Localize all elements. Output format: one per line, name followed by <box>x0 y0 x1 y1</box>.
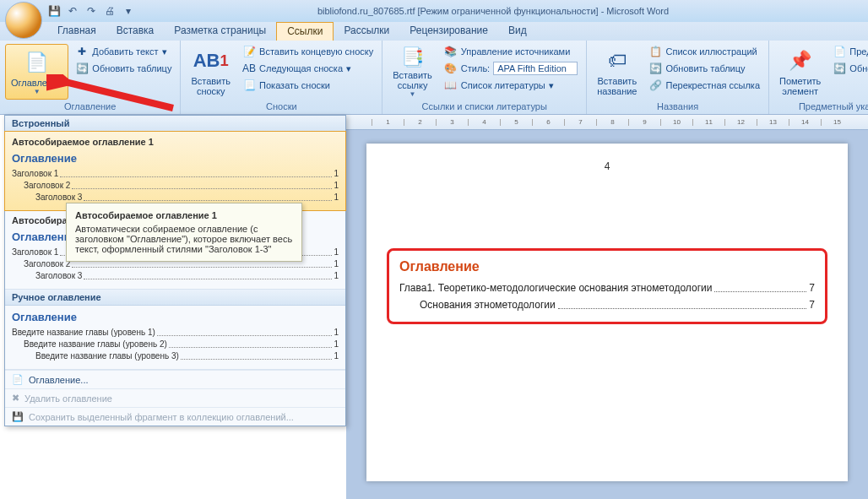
style-label: Стиль: <box>461 63 490 73</box>
ruler-tick: 3 <box>436 119 468 126</box>
redo-icon[interactable]: ↷ <box>84 4 98 18</box>
bibliography-icon: 📖 <box>444 79 458 92</box>
gallery-builtin-header: Встроенный <box>5 116 345 132</box>
gallery-item-auto1[interactable]: Автособираемое оглавление 1 Оглавление З… <box>4 131 346 211</box>
gallery-save-selection-label: Сохранить выделенный фрагмент в коллекци… <box>29 412 294 422</box>
style-icon: 🎨 <box>444 62 458 75</box>
insert-caption-label: Вставить название <box>597 76 637 96</box>
chevron-down-icon: ▾ <box>162 46 167 57</box>
insert-index-button[interactable]: 📄 Предметный <box>829 44 868 59</box>
next-footnote-button[interactable]: AB Следующая сноска ▾ <box>239 61 377 76</box>
tab-home[interactable]: Главная <box>47 22 106 41</box>
tab-references[interactable]: Ссылки <box>276 22 334 41</box>
ruler-tick: 14 <box>789 119 821 126</box>
gallery-remove-toc: ✖ Удалить оглавление <box>5 388 345 407</box>
gallery-remove-toc-label: Удалить оглавление <box>24 393 112 404</box>
document-page[interactable]: 4 Оглавление Глава1. Теоретико-методолог… <box>366 144 848 481</box>
gallery-insert-toc[interactable]: 📄 Оглавление... <box>5 370 345 388</box>
footnote-icon: AB1 <box>198 47 225 74</box>
chevron-down-icon: ▾ <box>346 63 351 74</box>
show-notes-button[interactable]: 📃 Показать сноски <box>239 78 377 93</box>
cross-reference-label: Перекрестная ссылка <box>665 80 760 90</box>
insert-caption-button[interactable]: 🏷 Вставить название <box>592 44 642 100</box>
group-captions-title: Названия <box>592 100 763 112</box>
table-of-figures-label: Список иллюстраций <box>665 46 757 57</box>
insert-endnote-label: Вставить концевую сноску <box>259 46 373 57</box>
gallery-insert-toc-label: Оглавление... <box>29 375 89 385</box>
gallery-item-manual[interactable]: Оглавление Введите название главы (урове… <box>5 306 345 370</box>
ruler-tick: 8 <box>596 119 628 126</box>
qat-more-icon[interactable]: ▾ <box>122 4 135 18</box>
insert-footnote-button[interactable]: AB1 Вставить сноску <box>186 44 236 100</box>
show-notes-icon: 📃 <box>242 79 256 92</box>
endnote-icon: 📝 <box>242 45 256 58</box>
toc-icon: 📄 <box>24 49 51 76</box>
print-icon[interactable]: 🖨 <box>103 4 117 18</box>
tooltip-title: Автособираемое оглавление 1 <box>75 210 293 220</box>
manage-sources-icon: 📚 <box>444 45 458 58</box>
style-combo[interactable]: APA Fifth Edition <box>493 62 578 75</box>
title-bar: 💾 ↶ ↷ 🖨 ▾ bibliofond.ru_807685.rtf [Режи… <box>0 0 868 22</box>
next-footnote-label: Следующая сноска <box>259 63 343 73</box>
update-figures-label: Обновить таблицу <box>665 63 745 73</box>
refresh-icon: 🔄 <box>75 62 89 75</box>
add-text-button[interactable]: ✚ Добавить текст ▾ <box>72 44 175 59</box>
tab-mailings[interactable]: Рассылки <box>334 22 399 41</box>
horizontal-ruler[interactable]: 1 2 3 4 5 6 7 8 9 10 11 12 13 14 15 <box>346 115 868 130</box>
mark-entry-icon: 📌 <box>787 47 814 74</box>
plus-icon: ✚ <box>75 45 89 58</box>
office-button[interactable] <box>5 2 42 39</box>
gallery-manual-header: Ручное оглавление <box>5 290 345 306</box>
update-toc-label: Обновить таблицу <box>92 63 171 73</box>
refresh-icon: 🔄 <box>648 62 662 75</box>
annotation-arrow <box>46 74 182 117</box>
tab-review[interactable]: Рецензирование <box>399 22 498 41</box>
ruler-tick: 12 <box>724 119 757 126</box>
ruler-tick: 6 <box>532 119 564 126</box>
ruler-tick: 5 <box>500 119 532 126</box>
bibliography-label: Список литературы <box>461 80 545 90</box>
doc-toc-page: 7 <box>809 279 815 296</box>
insert-citation-button[interactable]: 📑 Вставить ссылку ▼ <box>388 44 437 100</box>
figures-icon: 📋 <box>648 45 662 58</box>
update-figures-button[interactable]: 🔄 Обновить таблицу <box>645 61 763 76</box>
undo-icon[interactable]: ↶ <box>66 4 79 18</box>
group-captions: 🏷 Вставить название 📋 Список иллюстраций… <box>587 41 769 114</box>
cross-reference-button[interactable]: 🔗 Перекрестная ссылка <box>645 78 763 93</box>
insert-footnote-label: Вставить сноску <box>191 76 231 96</box>
ruler-tick: 4 <box>468 119 500 126</box>
save-icon[interactable]: 💾 <box>47 4 61 18</box>
toc-preview-heading: Оглавление <box>12 311 339 323</box>
window-title: bibliofond.ru_807685.rtf [Режим ограниче… <box>135 6 868 16</box>
manage-sources-label: Управление источниками <box>461 46 570 57</box>
tooltip: Автособираемое оглавление 1 Автоматическ… <box>66 203 302 262</box>
table-of-figures-button[interactable]: 📋 Список иллюстраций <box>645 44 763 59</box>
update-index-button[interactable]: 🔄 Обновить <box>829 61 868 76</box>
gallery-item-auto1-title: Автособираемое оглавление 1 <box>12 137 339 147</box>
tab-insert[interactable]: Вставка <box>106 22 165 41</box>
tab-view[interactable]: Вид <box>498 22 537 41</box>
mark-entry-label: Пометить элемент <box>779 76 821 96</box>
doc-toc-title: Оглавление <box>399 259 815 274</box>
page-number: 4 <box>387 160 827 172</box>
chevron-down-icon: ▾ <box>549 80 554 91</box>
insert-endnote-button[interactable]: 📝 Вставить концевую сноску <box>239 44 377 59</box>
citation-icon: 📑 <box>399 46 426 68</box>
document-area: 1 2 3 4 5 6 7 8 9 10 11 12 13 14 15 4 Ог… <box>346 115 868 499</box>
mark-entry-button[interactable]: 📌 Пометить элемент <box>774 44 826 100</box>
group-citations-title: Ссылки и списки литературы <box>388 100 581 112</box>
group-index-title: Предметный указат <box>774 100 868 112</box>
doc-toc-page: 7 <box>809 296 815 313</box>
bibliography-button[interactable]: 📖 Список литературы ▾ <box>441 78 581 93</box>
caption-icon: 🏷 <box>604 47 631 74</box>
insert-index-label: Предметный <box>849 46 868 57</box>
ruler-tick: 9 <box>628 119 660 126</box>
annotation-highlight-box: Оглавление Глава1. Теоретико-методологич… <box>387 248 827 324</box>
gallery-save-selection: 💾 Сохранить выделенный фрагмент в коллек… <box>5 407 345 426</box>
quick-access-toolbar: 💾 ↶ ↷ 🖨 ▾ <box>47 4 135 18</box>
svg-line-0 <box>62 81 173 108</box>
manage-sources-button[interactable]: 📚 Управление источниками <box>441 44 581 59</box>
tab-layout[interactable]: Разметка страницы <box>164 22 276 41</box>
group-footnotes: AB1 Вставить сноску 📝 Вставить концевую … <box>181 41 382 114</box>
insert-citation-label: Вставить ссылку <box>393 70 432 90</box>
